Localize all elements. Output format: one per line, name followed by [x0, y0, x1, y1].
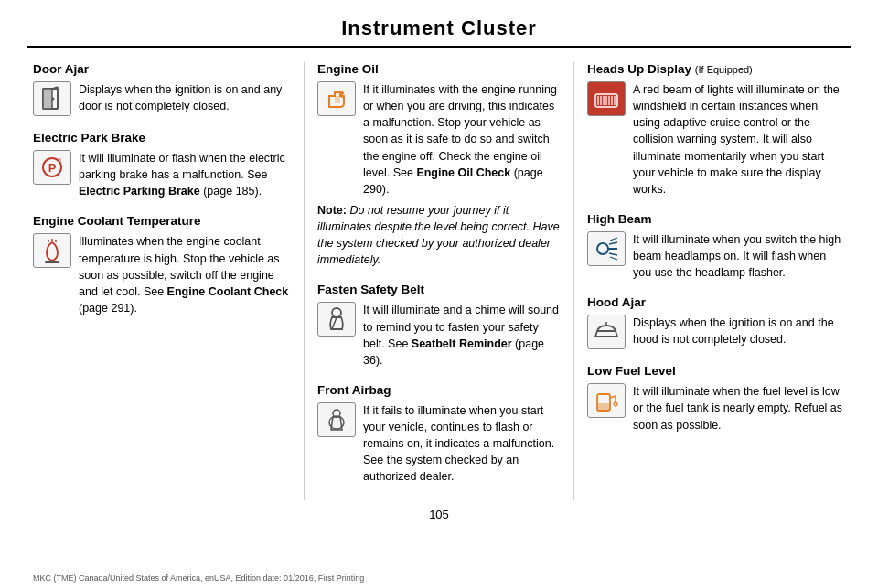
electric-park-brake-text: It will illuminate or flash when the ele…: [79, 150, 291, 199]
section-electric-park-brake: Electric Park Brake P ! It will illumina…: [33, 131, 291, 199]
engine-oil-icon: [317, 81, 356, 116]
svg-text:!: !: [59, 156, 61, 165]
hud-svg: [592, 85, 621, 112]
heads-up-display-icon: [587, 81, 626, 116]
front-airbag-text: If it fails to illuminate when you start…: [363, 402, 561, 486]
highbeam-svg: [592, 235, 621, 262]
svg-point-13: [340, 91, 344, 95]
door-ajar-row: Displays when the ignition is on and any…: [33, 81, 291, 116]
section-title-engine-oil: Engine Oil: [317, 62, 561, 76]
section-hood-ajar: Hood Ajar Displays when the ignition is …: [587, 295, 845, 349]
main-content: Door Ajar Displays when the ignition is …: [0, 48, 878, 500]
svg-line-30: [609, 253, 617, 255]
section-title-electric-park-brake: Electric Park Brake: [33, 131, 291, 144]
heads-up-display-row: A red beam of lights will illuminate on …: [587, 81, 845, 198]
if-equipped-label: (If Equipped): [695, 64, 753, 75]
engine-oil-note: Note: Do not resume your journey if it i…: [317, 202, 561, 269]
low-fuel-level-icon: [587, 383, 626, 418]
engine-coolant-icon: [33, 233, 71, 268]
section-title-front-airbag: Front Airbag: [317, 383, 561, 397]
page-number: 105: [0, 500, 878, 525]
seatbelt-svg: [322, 305, 351, 333]
low-fuel-level-row: It will illuminate when the fuel level i…: [587, 383, 845, 433]
section-low-fuel-level: Low Fuel Level It will illuminate when t…: [587, 364, 845, 433]
svg-point-27: [597, 243, 608, 254]
high-beam-text: It will illuminate when you switch the h…: [633, 231, 845, 281]
section-engine-coolant: Engine Coolant Temperature Illuminates w…: [33, 214, 291, 316]
engine-oil-row: If it illuminates with the engine runnin…: [317, 81, 561, 198]
section-heads-up-display: Heads Up Display (If Equipped): [587, 62, 845, 198]
section-high-beam: High Beam It will illuminate when you sw…: [587, 212, 845, 281]
svg-text:P: P: [48, 161, 57, 175]
svg-point-39: [614, 402, 617, 406]
engine-coolant-row: Illuminates when the engine coolant temp…: [33, 233, 291, 316]
page-footer: MKC (TME) Canada/United States of Americ…: [33, 573, 364, 583]
section-front-airbag: Front Airbag If it fails to illuminate w…: [317, 383, 561, 486]
page-header: Instrument Cluster: [0, 0, 878, 48]
door-ajar-icon: [33, 81, 71, 116]
section-fasten-safety-belt: Fasten Safety Belt It will illuminate an…: [317, 283, 561, 369]
section-title-door-ajar: Door Ajar: [33, 62, 291, 76]
section-door-ajar: Door Ajar Displays when the ignition is …: [33, 62, 291, 116]
svg-rect-36: [597, 403, 610, 411]
electric-park-brake-row: P ! It will illuminate or flash when the…: [33, 150, 291, 199]
fasten-safety-belt-row: It will illuminate and a chime will soun…: [317, 302, 561, 369]
electric-park-brake-icon: P !: [33, 150, 71, 185]
door-ajar-text: Displays when the ignition is on and any…: [79, 81, 291, 114]
svg-point-2: [52, 98, 55, 101]
brake-svg: P !: [37, 154, 67, 181]
low-fuel-level-text: It will illuminate when the fuel level i…: [633, 383, 845, 433]
svg-line-31: [610, 238, 617, 241]
section-title-low-fuel-level: Low Fuel Level: [587, 364, 845, 378]
section-title-heads-up-display: Heads Up Display (If Equipped): [587, 62, 845, 76]
svg-rect-1: [43, 89, 52, 109]
oil-svg: [322, 85, 351, 112]
section-title-engine-coolant: Engine Coolant Temperature: [33, 214, 291, 228]
fuel-svg: [592, 387, 621, 414]
high-beam-row: It will illuminate when you switch the h…: [587, 231, 845, 281]
hood-ajar-text: Displays when the ignition is on and the…: [633, 315, 845, 347]
hood-svg: [592, 318, 621, 346]
svg-line-16: [332, 317, 337, 329]
svg-line-29: [609, 242, 617, 244]
section-title-hood-ajar: Hood Ajar: [587, 295, 845, 309]
svg-line-32: [610, 257, 617, 260]
engine-coolant-text: Illuminates when the engine coolant temp…: [79, 233, 291, 316]
fasten-safety-belt-text: It will illuminate and a chime will soun…: [363, 302, 561, 369]
column-3: Heads Up Display (If Equipped): [574, 62, 845, 500]
column-1: Door Ajar Displays when the ignition is …: [33, 62, 304, 500]
section-title-high-beam: High Beam: [587, 212, 845, 226]
door-ajar-svg: [37, 85, 67, 112]
heads-up-display-text: A red beam of lights will illuminate on …: [633, 81, 845, 198]
hood-ajar-icon: [587, 315, 626, 349]
hood-ajar-row: Displays when the ignition is on and the…: [587, 315, 845, 349]
section-title-fasten-safety-belt: Fasten Safety Belt: [317, 283, 561, 296]
svg-rect-12: [45, 261, 59, 263]
svg-line-37: [610, 396, 616, 398]
engine-oil-text: If it illuminates with the engine runnin…: [363, 81, 561, 198]
section-engine-oil: Engine Oil If it illuminates with the en…: [317, 62, 561, 268]
column-2: Engine Oil If it illuminates with the en…: [304, 62, 574, 500]
coolant-svg: [37, 237, 67, 264]
front-airbag-row: If it fails to illuminate when you start…: [317, 402, 561, 486]
front-airbag-icon: [317, 402, 356, 437]
high-beam-icon: [587, 231, 626, 266]
svg-point-15: [332, 308, 341, 317]
fasten-safety-belt-icon: [317, 302, 356, 337]
airbag-svg: [322, 406, 351, 433]
page-title: Instrument Cluster: [27, 16, 851, 40]
